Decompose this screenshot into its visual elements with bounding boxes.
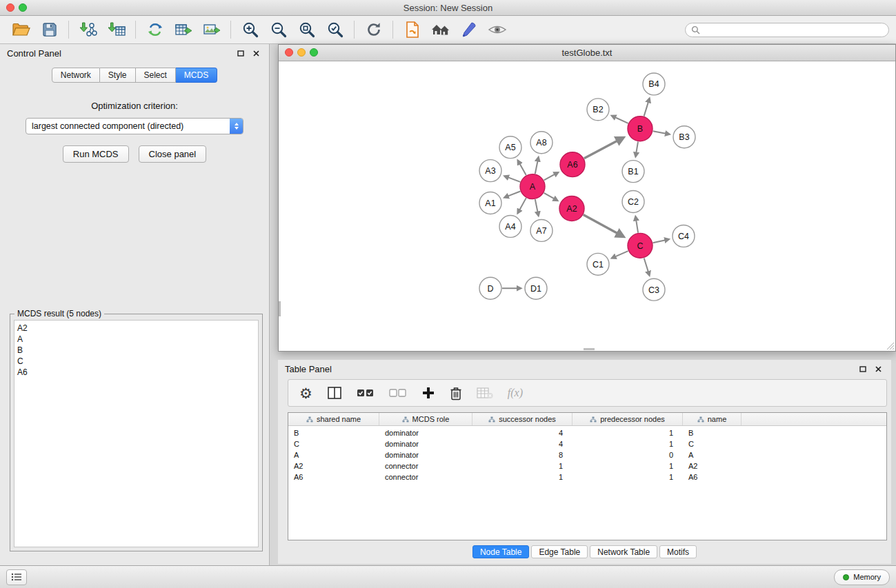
graph-edge[interactable] — [535, 199, 539, 216]
minimize-network-window-button[interactable] — [297, 48, 306, 57]
network-graph[interactable]: B4B2BB3A5A8A6B1A3AC2A1A2A4A7CC4C1C3DD1 — [279, 61, 895, 351]
close-table-panel-button[interactable] — [873, 363, 884, 374]
graph-node[interactable]: C — [628, 233, 653, 258]
zoom-window-button[interactable] — [19, 3, 27, 12]
table-row[interactable]: A6connector11A6 — [288, 472, 886, 483]
resize-grip[interactable] — [886, 342, 895, 350]
search-input[interactable] — [704, 24, 883, 35]
vertical-scrollbar-thumb[interactable] — [279, 301, 281, 316]
table-cell[interactable]: 8 — [472, 451, 573, 459]
graph-node[interactable]: C4 — [673, 225, 695, 247]
result-item[interactable]: C — [14, 356, 258, 367]
show-hide-button[interactable] — [483, 18, 511, 41]
float-panel-button[interactable] — [235, 48, 246, 59]
graph-edge[interactable] — [518, 198, 526, 213]
graph-edge[interactable] — [544, 172, 558, 180]
table-cell[interactable]: 0 — [573, 451, 683, 459]
delete-column-button[interactable] — [450, 386, 462, 401]
graph-edge[interactable] — [518, 161, 526, 175]
graph-edge[interactable] — [505, 176, 521, 181]
table-cell[interactable]: C — [683, 440, 741, 448]
graph-edge[interactable] — [584, 138, 624, 159]
table-cell[interactable]: 1 — [573, 462, 683, 470]
column-header[interactable]: MCDS role — [379, 413, 472, 425]
graph-node[interactable]: A — [520, 174, 545, 199]
graph-edge[interactable] — [505, 192, 521, 198]
close-panel-button-2[interactable]: Close panel — [139, 145, 207, 163]
export-document-button[interactable] — [398, 18, 426, 41]
tab-mcds[interactable]: MCDS — [176, 68, 217, 83]
table-settings-button[interactable]: ⚙ — [299, 386, 312, 401]
table-cell[interactable]: dominator — [379, 451, 472, 459]
table-cell[interactable]: 1 — [573, 473, 683, 481]
table-cell[interactable]: C — [288, 440, 379, 448]
graph-node[interactable]: A6 — [560, 152, 585, 177]
graph-node[interactable]: C1 — [587, 253, 609, 275]
graph-node[interactable]: C2 — [622, 191, 644, 213]
table-row[interactable]: A2connector11A2 — [288, 460, 886, 472]
graph-edge[interactable] — [584, 215, 624, 236]
export-network-button[interactable] — [141, 18, 169, 41]
table-cell[interactable]: connector — [379, 462, 472, 470]
home-view-button[interactable] — [426, 18, 455, 41]
graph-node[interactable]: A5 — [499, 136, 521, 159]
criterion-dropdown[interactable]: largest connected component (directed) — [26, 118, 243, 134]
select-all-rows-button[interactable] — [357, 388, 375, 398]
graph-node[interactable]: D1 — [525, 277, 547, 299]
tab-network-table[interactable]: Network Table — [590, 545, 657, 558]
graph-node[interactable]: B1 — [622, 161, 644, 183]
column-header[interactable]: shared name — [288, 413, 379, 425]
result-item[interactable]: A — [14, 334, 258, 345]
graph-edge[interactable] — [535, 157, 539, 174]
deselect-all-rows-button[interactable] — [389, 388, 407, 398]
graph-node[interactable]: A8 — [530, 132, 552, 154]
graph-node[interactable]: B3 — [673, 126, 695, 148]
result-item[interactable]: A2 — [14, 323, 258, 334]
table-cell[interactable]: 4 — [472, 440, 573, 448]
import-network-button[interactable] — [74, 18, 102, 41]
table-cell[interactable]: A — [288, 451, 379, 459]
table-cell[interactable]: B — [683, 429, 741, 437]
table-cell[interactable]: B — [288, 429, 379, 437]
zoom-fit-button[interactable] — [292, 18, 321, 41]
graph-node[interactable]: A4 — [499, 215, 521, 237]
table-cell[interactable]: A2 — [683, 462, 741, 470]
graph-node[interactable]: D — [479, 277, 501, 299]
table-row[interactable]: Cdominator41C — [288, 438, 886, 449]
graph-edge[interactable] — [635, 216, 638, 232]
table-row[interactable]: Adominator80A — [288, 449, 886, 460]
table-cell[interactable]: 1 — [573, 440, 683, 448]
table-cell[interactable]: 1 — [472, 473, 573, 481]
table-cell[interactable]: dominator — [379, 440, 472, 448]
zoom-in-button[interactable] — [236, 18, 264, 41]
graph-node[interactable]: A1 — [479, 192, 501, 214]
annotation-brush-button[interactable] — [455, 18, 483, 41]
graph-edge[interactable] — [644, 99, 650, 116]
graph-edge[interactable] — [544, 193, 558, 201]
table-row[interactable]: Bdominator41B — [288, 427, 886, 438]
network-window-titlebar[interactable]: testGlobe.txt — [279, 45, 895, 61]
graph-node[interactable]: A3 — [479, 160, 501, 182]
memory-button[interactable]: Memory — [834, 569, 890, 585]
table-cell[interactable]: A — [683, 451, 741, 459]
graph-node[interactable]: B — [628, 116, 653, 141]
result-item[interactable]: B — [14, 345, 258, 356]
table-cell[interactable]: 1 — [573, 429, 683, 437]
float-table-panel-button[interactable] — [857, 363, 868, 374]
tab-edge-table[interactable]: Edge Table — [531, 545, 588, 558]
network-canvas[interactable]: B4B2BB3A5A8A6B1A3AC2A1A2A4A7CC4C1C3DD1 — [279, 61, 895, 351]
graph-edge[interactable] — [612, 251, 628, 258]
table-cell[interactable]: 1 — [472, 462, 573, 470]
mcds-result-list[interactable]: A2ABCA6 — [14, 320, 259, 547]
show-columns-button[interactable] — [327, 386, 342, 400]
import-table-button[interactable] — [102, 18, 130, 41]
zoom-out-button[interactable] — [264, 18, 292, 41]
graph-node[interactable]: A2 — [559, 196, 584, 221]
column-header[interactable]: successor nodes — [472, 413, 573, 425]
graph-edge[interactable] — [612, 116, 628, 123]
search-field[interactable] — [685, 23, 889, 37]
column-header[interactable]: predecessor nodes — [573, 413, 683, 425]
table-cell[interactable]: connector — [379, 473, 472, 481]
column-header[interactable]: name — [683, 413, 741, 425]
export-image-button[interactable] — [197, 18, 226, 41]
